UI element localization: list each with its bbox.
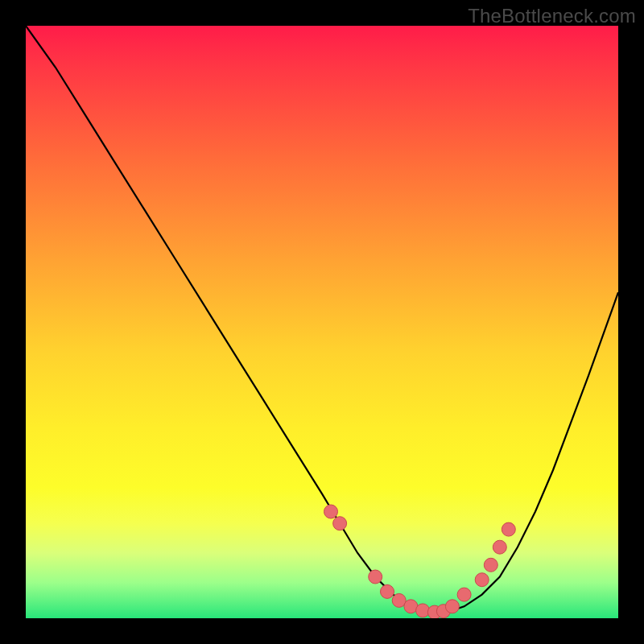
highlight-marker bbox=[475, 573, 489, 587]
bottleneck-curve bbox=[26, 26, 618, 613]
watermark-text: TheBottleneck.com bbox=[468, 5, 636, 27]
highlight-marker bbox=[484, 558, 497, 572]
chart-svg bbox=[26, 26, 618, 618]
highlight-marker bbox=[493, 540, 506, 554]
highlight-marker bbox=[502, 522, 515, 536]
highlight-markers bbox=[324, 505, 516, 618]
highlight-marker bbox=[381, 584, 394, 598]
highlight-marker bbox=[457, 588, 471, 601]
highlight-marker bbox=[369, 570, 382, 584]
highlight-marker bbox=[333, 517, 347, 530]
highlight-marker bbox=[445, 600, 459, 613]
highlight-marker bbox=[324, 505, 338, 518]
highlight-marker bbox=[416, 604, 430, 617]
